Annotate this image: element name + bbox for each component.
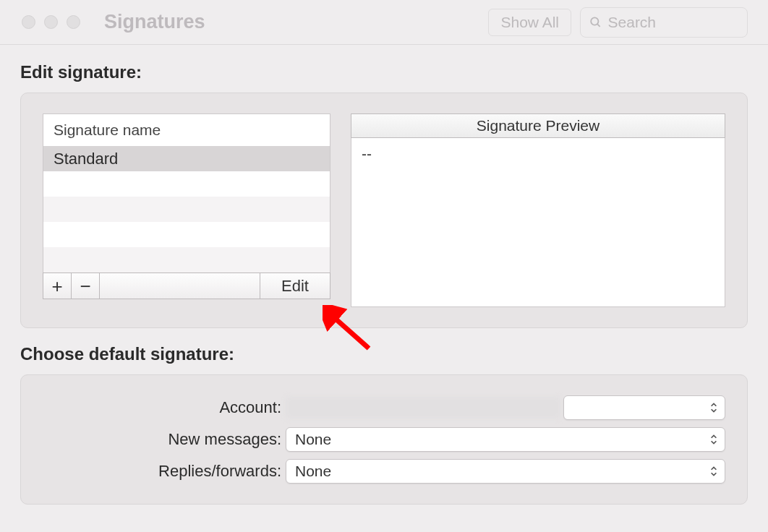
- remove-signature-button[interactable]: −: [72, 273, 100, 299]
- toolbar-spacer: [100, 273, 260, 299]
- chevron-updown-icon: [709, 465, 719, 478]
- new-messages-select[interactable]: None: [286, 427, 725, 452]
- signature-row-empty: [43, 197, 330, 222]
- zoom-window-button[interactable]: [67, 15, 80, 29]
- signature-list[interactable]: Standard: [43, 146, 330, 273]
- add-signature-button[interactable]: +: [43, 273, 72, 299]
- signature-preview-box: Signature Preview --: [351, 113, 725, 307]
- replies-forwards-value: None: [295, 463, 331, 480]
- search-field[interactable]: [580, 7, 748, 38]
- search-input[interactable]: [608, 14, 738, 31]
- chevron-updown-icon: [709, 433, 719, 446]
- window-title: Signatures: [104, 11, 205, 33]
- edit-signature-heading: Edit signature:: [20, 62, 748, 82]
- new-messages-label: New messages:: [43, 430, 281, 449]
- default-signature-panel: Account: New messages: Non: [20, 374, 748, 505]
- minimize-window-button[interactable]: [44, 15, 58, 29]
- signature-preview-body: --: [351, 138, 725, 307]
- svg-line-1: [597, 24, 600, 27]
- replies-forwards-select[interactable]: None: [286, 459, 725, 484]
- edit-signature-button[interactable]: Edit: [260, 273, 330, 299]
- new-messages-value: None: [295, 431, 331, 448]
- choose-default-heading: Choose default signature:: [20, 344, 748, 364]
- signature-toolbar: + − Edit: [43, 273, 330, 299]
- signature-list-box: Signature name Standard + − Edit: [43, 113, 330, 299]
- signature-row-empty: [43, 222, 330, 247]
- traffic-lights: [22, 15, 80, 29]
- chevron-updown-icon: [709, 401, 719, 414]
- titlebar: Signatures Show All: [0, 0, 768, 45]
- signature-row[interactable]: Standard: [43, 146, 330, 171]
- search-icon: [589, 15, 602, 30]
- signature-row-empty: [43, 247, 330, 273]
- account-value-redacted: [286, 397, 560, 419]
- show-all-button[interactable]: Show All: [488, 9, 571, 36]
- edit-signature-panel: Signature name Standard + − Edit: [20, 93, 748, 328]
- replies-forwards-label: Replies/forwards:: [43, 462, 281, 481]
- close-window-button[interactable]: [22, 15, 35, 29]
- signature-row-empty: [43, 171, 330, 197]
- signature-preview-header: Signature Preview: [351, 113, 725, 138]
- svg-point-0: [591, 17, 598, 25]
- account-select[interactable]: [563, 395, 725, 420]
- signature-list-header: Signature name: [43, 113, 330, 146]
- account-label: Account:: [43, 398, 281, 417]
